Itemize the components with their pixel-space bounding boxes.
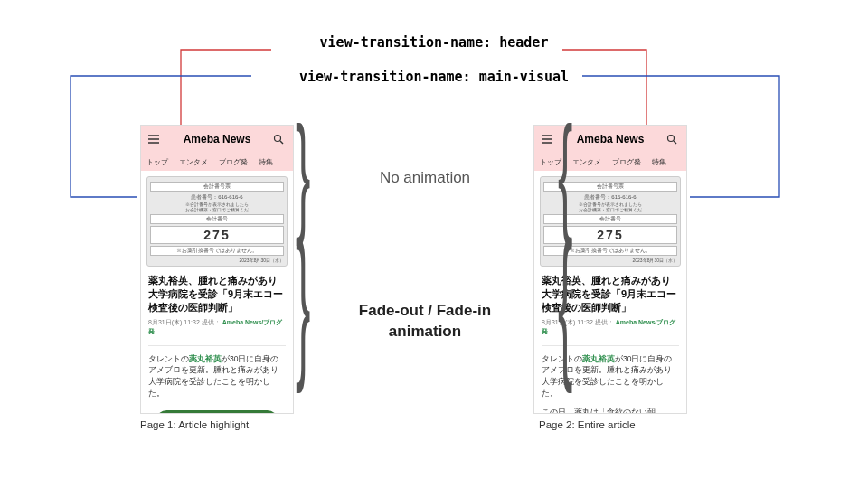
phone1-excerpt: タレントの薬丸裕英が30日に自身のアメブロを更新。腫れと痛みがあり大学病院を受診… — [141, 352, 293, 401]
annotation-no-animation: No animation — [353, 168, 497, 189]
caption-page1: Page 1: Article highlight — [140, 419, 249, 430]
phone1-headline: 薬丸裕英、腫れと痛みがあり大学病院を受診「9月末エコー検査後の医師判断」 — [141, 267, 293, 318]
excerpt-link[interactable]: 薬丸裕英 — [189, 354, 222, 363]
meta-label: 提供： — [595, 319, 614, 325]
fade-l1: Fade-out / Fade-in — [359, 302, 491, 319]
tab-item[interactable]: エンタメ — [572, 157, 601, 167]
brace-lower-left: } — [296, 221, 310, 385]
meta-label: 提供： — [202, 319, 221, 325]
phone1-main-visual: 会計番号票 患者番号：616-616-6 ※合計番号が表示されましたら お会計機… — [141, 171, 293, 267]
phone2-paragraph2: この日、薬丸は「食欲のない朝に…」というタイトルでブログを更新。「本日の朝食」と… — [534, 401, 686, 414]
phone1-header: Ameba News — [141, 126, 293, 153]
phone-page2: Ameba News トップ エンタメ ブログ発 特集 会計番号票 患者番号：6… — [533, 125, 687, 414]
ticket-top: 会計番号票 — [150, 182, 284, 192]
read-more-button[interactable]: 続きを読む — [156, 410, 278, 414]
ticket-number: 275 — [150, 226, 284, 244]
tab-item[interactable]: ブログ発 — [219, 157, 248, 167]
ticket-line2: ※合計番号が表示されましたら お会計機器・窓口でご精算くだ — [150, 202, 284, 212]
excerpt-pre: タレントの — [148, 354, 189, 363]
hamburger-icon[interactable] — [148, 135, 161, 144]
svg-line-1 — [280, 141, 283, 144]
tab-item[interactable]: エンタメ — [179, 157, 208, 167]
search-icon[interactable] — [273, 134, 286, 145]
svg-point-2 — [668, 136, 675, 142]
prop-header-label: view-transition-name: header — [0, 34, 868, 51]
search-icon[interactable] — [666, 134, 679, 145]
ticket-label: 会計番号 — [150, 214, 284, 224]
phone1-tabs[interactable]: トップ エンタメ ブログ発 特集 — [141, 153, 293, 171]
excerpt-link[interactable]: 薬丸裕英 — [582, 354, 615, 363]
prop-main-visual-label: view-transition-name: main-visual — [0, 69, 868, 85]
ticket-note: ※お薬引換番号ではありません。 — [150, 246, 284, 256]
ticket-line1: 患者番号：616-616-6 — [150, 193, 284, 202]
property-labels: view-transition-name: header view-transi… — [0, 34, 868, 85]
svg-line-3 — [674, 141, 676, 144]
fade-l2: animation — [389, 323, 461, 340]
ticket-image: 会計番号票 患者番号：616-616-6 ※合計番号が表示されましたら お会計機… — [146, 176, 288, 267]
meta-time: 8月31日(木) 11:32 — [148, 319, 200, 325]
annotation-fade: Fade-out / Fade-in animation — [335, 301, 515, 343]
svg-point-0 — [275, 136, 281, 142]
phone1-logo: Ameba News — [161, 133, 273, 145]
hamburger-icon[interactable] — [542, 135, 554, 144]
tab-item[interactable]: 特集 — [259, 157, 273, 167]
tab-item[interactable]: ブログ発 — [612, 157, 641, 167]
phone1-meta: 8月31日(木) 11:32 提供： Ameba News/ブログ発 — [141, 318, 293, 340]
tab-item[interactable]: トップ — [146, 157, 168, 167]
phone-page1: Ameba News トップ エンタメ ブログ発 特集 会計番号票 患者番号：6… — [140, 125, 294, 414]
tab-item[interactable]: 特集 — [652, 157, 666, 167]
brace-lower-right: } — [558, 221, 572, 385]
caption-page2: Page 2: Entire article — [539, 419, 636, 430]
ticket-date: 2023年8月30日（水） — [150, 258, 284, 263]
divider — [148, 345, 286, 346]
